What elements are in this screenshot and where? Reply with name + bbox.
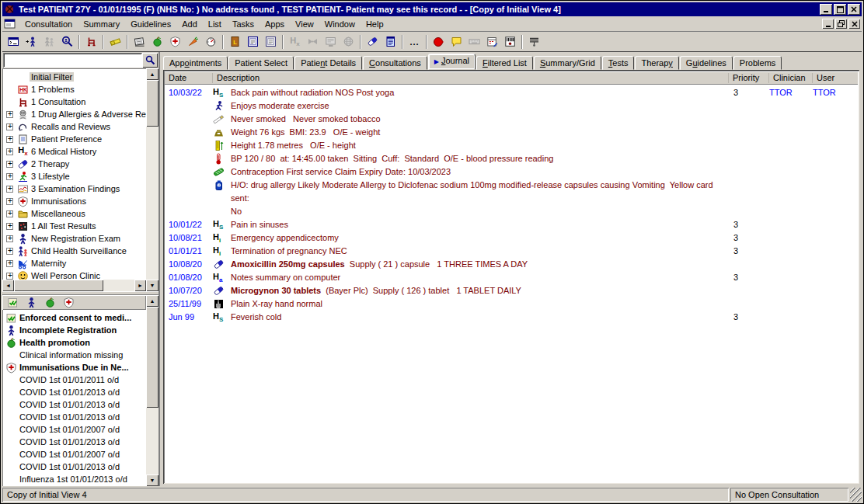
menu-help[interactable]: Help	[361, 18, 389, 30]
scroll-down-icon[interactable]: ▼	[146, 280, 159, 291]
maximize-button[interactable]	[834, 4, 846, 15]
framed-doc-alt-toolbar-button[interactable]	[262, 33, 280, 50]
menu-window[interactable]: Window	[319, 18, 361, 30]
tree-item-3-lifestyle[interactable]: 3 Lifestyle	[2, 170, 146, 182]
tree-item-1-consultation[interactable]: 1 Consultation	[2, 96, 146, 108]
scroll-down-icon[interactable]: ▼	[146, 474, 159, 486]
bowtie-toolbar-button[interactable]	[304, 33, 322, 50]
filter-search-input[interactable]	[3, 53, 142, 68]
alert-item[interactable]: COVID 1st 01/01/2013 o/d	[2, 436, 146, 448]
tab-appointments[interactable]: Appointments	[163, 56, 228, 70]
journal-row[interactable]: 01/08/20HaNotes summary on computer3	[165, 271, 858, 284]
scroll-left-icon[interactable]: ◄	[2, 280, 14, 291]
alerts-vertical-scrollbar[interactable]: ▲ ▼	[146, 295, 159, 486]
journal-row[interactable]: Jun 99HSFeverish cold3	[165, 311, 858, 324]
alert-item[interactable]: Enforced consent to medi...	[2, 311, 146, 324]
column-header-priority[interactable]: Priority	[729, 73, 769, 83]
scroll-right-icon[interactable]: ►	[134, 280, 146, 291]
mdi-child-icon[interactable]	[4, 19, 16, 30]
find-patient-toolbar-button[interactable]	[58, 33, 76, 50]
apple-toolbar-button[interactable]	[148, 33, 166, 50]
ellipsis-toolbar-button[interactable]: ...	[406, 33, 423, 50]
menu-list[interactable]: List	[203, 18, 227, 30]
expand-plus-icon[interactable]	[6, 136, 13, 143]
expand-plus-icon[interactable]	[6, 260, 13, 267]
tree-item-miscellaneous[interactable]: Miscellaneous	[2, 207, 146, 220]
person-icon[interactable]	[26, 297, 37, 308]
journal-row[interactable]: 10/07/20Microgynon 30 tablets (Bayer Plc…	[165, 284, 858, 297]
globe-toolbar-button[interactable]	[340, 33, 357, 50]
tab-journal[interactable]: ▶Journal	[428, 54, 476, 70]
menu-apps[interactable]: Apps	[260, 18, 290, 30]
minimize-button[interactable]	[820, 4, 832, 15]
menu-summary[interactable]: Summary	[78, 18, 125, 30]
calendar-edit-toolbar-button[interactable]	[483, 33, 501, 50]
tree-item-3-examination-findings[interactable]: 3 Examination Findings	[2, 182, 146, 195]
expand-plus-icon[interactable]	[6, 148, 13, 155]
tree-item-1-all-test-results[interactable]: 1 All Test Results	[2, 220, 146, 232]
select-patient-toolbar-button[interactable]	[23, 33, 40, 50]
tab-tests[interactable]: Tests	[602, 56, 635, 70]
hx-grey-toolbar-button[interactable]: Hx	[286, 33, 304, 50]
close-button[interactable]	[848, 4, 860, 15]
alert-item[interactable]: COVID 1st 01/01/2013 o/d	[2, 461, 146, 473]
column-header-clinician[interactable]: Clinician	[769, 73, 813, 83]
journal-row[interactable]: Weight 76 kgs BMI: 23.9 O/E - weight	[165, 126, 858, 139]
scroll-up-icon[interactable]: ▲	[146, 68, 159, 80]
tree-vertical-scrollbar[interactable]: ▲ ▼	[146, 68, 159, 291]
resize-grip-icon[interactable]	[850, 488, 862, 502]
drug-chart-toolbar-button[interactable]	[525, 33, 543, 50]
journal-row[interactable]: 10/01/22HSPain in sinuses3	[165, 218, 858, 231]
tree-item-child-health-surveillance[interactable]: Child Health Surveillance	[2, 245, 146, 257]
barcode-toolbar-button[interactable]	[501, 33, 519, 50]
expand-plus-icon[interactable]	[6, 273, 13, 280]
patient-group-toolbar-button[interactable]	[40, 33, 58, 50]
journal-row[interactable]: 10/03/22HSBack pain without radiation NO…	[165, 86, 858, 99]
tab-patient-details[interactable]: Patient Details	[294, 56, 362, 70]
alert-item[interactable]: COVID 1st 01/01/2011 o/d	[2, 374, 146, 386]
tree-item-1-problems[interactable]: HK1 Problems	[2, 83, 146, 96]
alert-item[interactable]: COVID 1st 01/01/2013 o/d	[2, 398, 146, 411]
journal-row[interactable]: H/O: drug allergy Likely Moderate Allerg…	[165, 179, 858, 218]
expand-plus-icon[interactable]	[6, 111, 13, 118]
record-toolbar-button[interactable]	[430, 33, 448, 50]
expand-plus-icon[interactable]	[6, 123, 13, 130]
journal-row[interactable]: Contraception First service Claim Expiry…	[165, 165, 858, 179]
alert-item[interactable]: COVID 1st 01/01/2013 o/d	[2, 386, 146, 398]
journal-row[interactable]: 10/08/20Amoxicillin 250mg capsules Suppl…	[165, 258, 858, 271]
notepad-toolbar-button[interactable]	[381, 33, 399, 50]
alert-item[interactable]: Influenza 1st 01/01/2013 o/d	[2, 473, 146, 485]
tree-item-6-medical-history[interactable]: Hx6 Medical History	[2, 145, 146, 158]
tab-filtered-list[interactable]: Filtered List	[476, 56, 533, 70]
tree-item-initial-filter[interactable]: Initial Filter	[2, 71, 146, 83]
scroll-up-icon[interactable]: ▲	[146, 295, 159, 307]
scroll-thumb[interactable]	[14, 280, 103, 291]
apple-icon[interactable]	[44, 297, 56, 308]
journal-row[interactable]: Never smoked Never smoked tobacco	[165, 113, 858, 126]
expand-plus-icon[interactable]	[6, 223, 13, 230]
tab-patient-select[interactable]: Patient Select	[228, 56, 294, 70]
journal-row[interactable]: 25/11/99Plain X-ray hand normal	[165, 297, 858, 311]
alert-item[interactable]: Immunisations Due in Ne...	[2, 361, 146, 374]
gauge-toolbar-button[interactable]	[202, 33, 220, 50]
mdi-restore-button[interactable]	[835, 19, 847, 29]
keyboard-toolbar-button[interactable]	[465, 33, 483, 50]
menu-guidelines[interactable]: Guidelines	[125, 18, 176, 30]
scroll-thumb[interactable]	[146, 307, 159, 408]
alert-item[interactable]: Clinical information missing	[2, 349, 146, 361]
console-toolbar-button[interactable]	[5, 33, 23, 50]
shield-toolbar-button[interactable]	[166, 33, 184, 50]
menu-view[interactable]: View	[290, 18, 319, 30]
tree-item-new-registration-exam[interactable]: New Registration Exam	[2, 232, 146, 245]
consultation-chair-toolbar-button[interactable]	[82, 33, 100, 50]
carrot-toolbar-button[interactable]	[184, 33, 202, 50]
journal-row[interactable]: Height 1.78 metres O/E - height	[165, 139, 858, 152]
screen-toolbar-button[interactable]	[322, 33, 340, 50]
tab-therapy[interactable]: Therapy	[635, 56, 678, 70]
tree-item-2-therapy[interactable]: 2 Therapy	[2, 158, 146, 170]
pen-pill-toolbar-button[interactable]	[364, 33, 381, 50]
tree-item-immunisations[interactable]: Immunisations	[2, 195, 146, 207]
journal-row[interactable]: Enjoys moderate exercise	[165, 99, 858, 113]
expand-plus-icon[interactable]	[6, 235, 13, 242]
expand-plus-icon[interactable]	[6, 161, 13, 168]
